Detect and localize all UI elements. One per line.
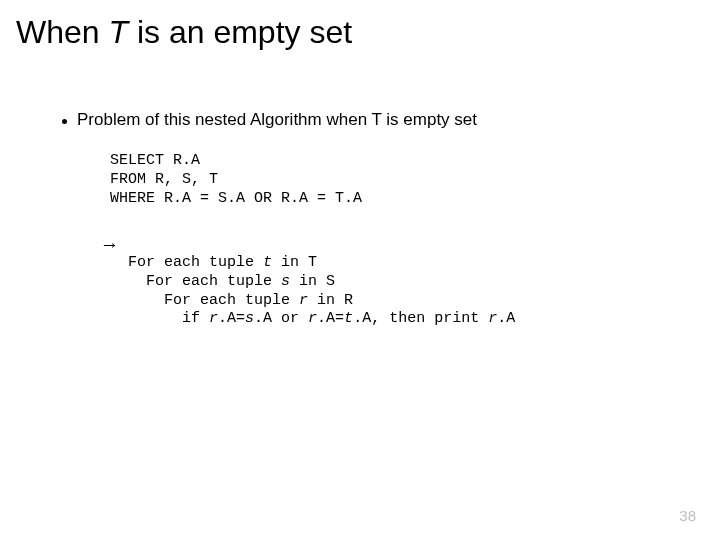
bullet-icon <box>62 119 67 124</box>
bullet-item: Problem of this nested Algorithm when T … <box>62 110 477 130</box>
algo-l1v: t <box>263 254 272 271</box>
algo-l4b: .A= <box>218 310 245 327</box>
arrow-icon: → <box>100 234 119 256</box>
algo-l2a: For each tuple <box>128 273 281 290</box>
title-pre: When <box>16 14 108 50</box>
sql-block: SELECT R.A FROM R, S, T WHERE R.A = S.A … <box>110 152 362 208</box>
bullet-text: Problem of this nested Algorithm when T … <box>77 110 477 130</box>
algo-l3v: r <box>299 292 308 309</box>
algo-block: For each tuple t in T For each tuple s i… <box>128 254 515 329</box>
title-var: T <box>108 14 128 50</box>
algo-l4a: if <box>128 310 209 327</box>
page-number: 38 <box>679 507 696 524</box>
algo-l4f: .A <box>497 310 515 327</box>
algo-l4v5: r <box>488 310 497 327</box>
slide: When T is an empty set Problem of this n… <box>0 0 720 540</box>
algo-l4v1: r <box>209 310 218 327</box>
algo-l1b: in T <box>272 254 317 271</box>
title-post: is an empty set <box>128 14 352 50</box>
algo-l4v3: r <box>308 310 317 327</box>
sql-line-3: WHERE R.A = S.A OR R.A = T.A <box>110 190 362 207</box>
algo-l1a: For each tuple <box>128 254 263 271</box>
algo-l3a: For each tuple <box>128 292 299 309</box>
algo-l4v2: s <box>245 310 254 327</box>
algo-l2v: s <box>281 273 290 290</box>
algo-l2b: in S <box>290 273 335 290</box>
sql-line-2: FROM R, S, T <box>110 171 218 188</box>
algo-l4c: .A or <box>254 310 308 327</box>
sql-line-1: SELECT R.A <box>110 152 200 169</box>
algo-l4v4: t <box>344 310 353 327</box>
algo-l4e: .A, then print <box>353 310 488 327</box>
algo-l4d: .A= <box>317 310 344 327</box>
slide-title: When T is an empty set <box>16 14 352 51</box>
algo-l3b: in R <box>308 292 353 309</box>
